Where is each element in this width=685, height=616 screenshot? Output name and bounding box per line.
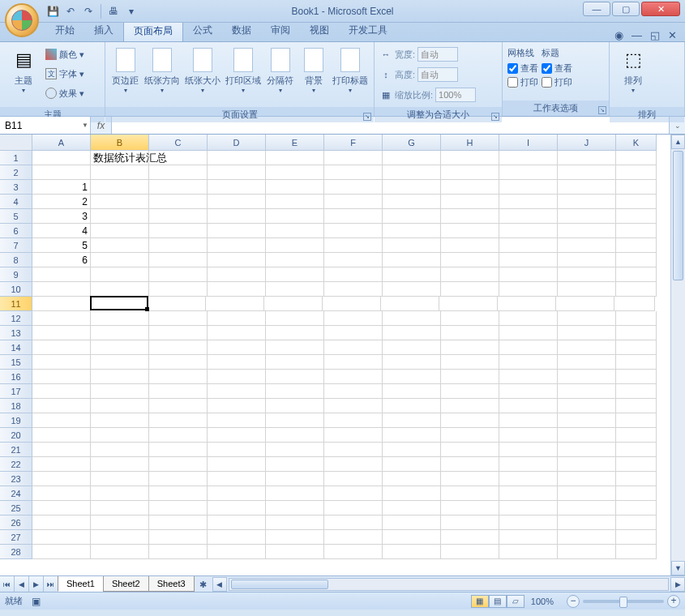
scroll-right-button[interactable]: ▶ bbox=[670, 577, 685, 592]
cell-F12[interactable] bbox=[324, 311, 383, 326]
cell-F26[interactable] bbox=[324, 515, 383, 530]
close-button[interactable]: ✕ bbox=[641, 2, 680, 16]
cell-K1[interactable] bbox=[616, 151, 657, 165]
cell-F27[interactable] bbox=[324, 530, 383, 545]
cell-E4[interactable] bbox=[266, 195, 324, 209]
cell-K23[interactable] bbox=[616, 472, 657, 486]
scale-launcher[interactable]: ↘ bbox=[491, 113, 499, 121]
office-button[interactable] bbox=[5, 3, 39, 37]
col-header-J[interactable]: J bbox=[558, 135, 616, 151]
cell-I10[interactable] bbox=[499, 282, 558, 297]
row-header-23[interactable]: 23 bbox=[0, 472, 32, 486]
tab-3[interactable]: 公式 bbox=[183, 20, 222, 41]
cell-K2[interactable] bbox=[616, 165, 657, 180]
row-header-26[interactable]: 26 bbox=[0, 515, 32, 530]
cell-H23[interactable] bbox=[441, 472, 499, 486]
cell-F25[interactable] bbox=[324, 501, 383, 515]
namebox-dropdown-icon[interactable]: ▼ bbox=[82, 122, 88, 129]
cell-B9[interactable] bbox=[91, 267, 149, 282]
theme-colors-button[interactable]: 颜色 ▾ bbox=[45, 45, 84, 63]
row-header-3[interactable]: 3 bbox=[0, 180, 32, 195]
theme-effects-button[interactable]: 效果 ▾ bbox=[45, 84, 84, 102]
cell-G13[interactable] bbox=[383, 326, 441, 340]
cell-H28[interactable] bbox=[441, 545, 499, 559]
cell-E9[interactable] bbox=[266, 267, 324, 282]
cell-K21[interactable] bbox=[616, 443, 657, 457]
cell-C2[interactable] bbox=[149, 165, 208, 180]
cell-C28[interactable] bbox=[149, 545, 208, 559]
pagebreak-view-button[interactable]: ▱ bbox=[507, 595, 524, 608]
name-box[interactable]: B11▼ bbox=[0, 117, 91, 134]
cell-K3[interactable] bbox=[616, 180, 657, 195]
cell-F7[interactable] bbox=[324, 238, 383, 253]
cell-F19[interactable] bbox=[324, 413, 383, 428]
cell-H17[interactable] bbox=[441, 384, 499, 399]
cell-E23[interactable] bbox=[266, 472, 324, 486]
cell-E17[interactable] bbox=[266, 384, 324, 399]
cell-D23[interactable] bbox=[208, 472, 266, 486]
cell-B13[interactable] bbox=[91, 326, 149, 340]
cell-K11[interactable] bbox=[614, 297, 655, 311]
cell-C11[interactable] bbox=[148, 297, 206, 311]
row-header-27[interactable]: 27 bbox=[0, 530, 32, 545]
theme-fonts-button[interactable]: 文字体 ▾ bbox=[45, 65, 84, 83]
cell-G25[interactable] bbox=[383, 501, 441, 515]
cell-F8[interactable] bbox=[324, 253, 383, 267]
cell-I11[interactable] bbox=[498, 297, 556, 311]
cell-H21[interactable] bbox=[441, 443, 499, 457]
cell-K27[interactable] bbox=[616, 530, 657, 545]
cell-E15[interactable] bbox=[266, 355, 324, 370]
cell-E14[interactable] bbox=[266, 340, 324, 355]
cell-I15[interactable] bbox=[499, 355, 558, 370]
qat-customize-icon[interactable]: ▾ bbox=[124, 4, 139, 19]
cell-F17[interactable] bbox=[324, 384, 383, 399]
maximize-button[interactable]: ▢ bbox=[612, 2, 640, 16]
cell-G18[interactable] bbox=[383, 399, 441, 413]
sheet-tab-Sheet2[interactable]: Sheet2 bbox=[103, 576, 149, 592]
cell-B15[interactable] bbox=[91, 355, 149, 370]
cell-G14[interactable] bbox=[383, 340, 441, 355]
row-header-1[interactable]: 1 bbox=[0, 151, 32, 165]
cell-J17[interactable] bbox=[558, 384, 616, 399]
cell-D13[interactable] bbox=[208, 326, 266, 340]
cell-G1[interactable] bbox=[383, 151, 441, 165]
cell-A4[interactable]: 2 bbox=[32, 195, 91, 209]
tab-0[interactable]: 开始 bbox=[45, 20, 84, 41]
row-header-24[interactable]: 24 bbox=[0, 486, 32, 501]
cell-K8[interactable] bbox=[616, 253, 657, 267]
cell-J5[interactable] bbox=[558, 209, 616, 224]
cell-C23[interactable] bbox=[149, 472, 208, 486]
cell-I18[interactable] bbox=[499, 399, 558, 413]
printarea-button[interactable]: 打印区域▾ bbox=[225, 45, 262, 104]
cell-K28[interactable] bbox=[616, 545, 657, 559]
cell-J8[interactable] bbox=[558, 253, 616, 267]
cell-G16[interactable] bbox=[383, 370, 441, 384]
cell-F4[interactable] bbox=[324, 195, 383, 209]
cell-H11[interactable] bbox=[439, 297, 498, 311]
row-header-21[interactable]: 21 bbox=[0, 443, 32, 457]
cell-G23[interactable] bbox=[383, 472, 441, 486]
page-layout-view-button[interactable]: ▤ bbox=[489, 595, 507, 608]
zoom-percent[interactable]: 100% bbox=[531, 597, 554, 606]
cell-B18[interactable] bbox=[91, 399, 149, 413]
vertical-scrollbar[interactable]: ▲ ▼ bbox=[670, 135, 685, 575]
cell-E20[interactable] bbox=[266, 428, 324, 443]
cell-B28[interactable] bbox=[91, 545, 149, 559]
scale-width-input[interactable] bbox=[417, 47, 458, 62]
cell-D25[interactable] bbox=[208, 501, 266, 515]
cell-C24[interactable] bbox=[149, 486, 208, 501]
cell-J10[interactable] bbox=[558, 282, 616, 297]
cell-A17[interactable] bbox=[32, 384, 91, 399]
cell-K7[interactable] bbox=[616, 238, 657, 253]
cell-D26[interactable] bbox=[208, 515, 266, 530]
cell-C17[interactable] bbox=[149, 384, 208, 399]
cell-K25[interactable] bbox=[616, 501, 657, 515]
cell-G6[interactable] bbox=[383, 224, 441, 238]
cell-I4[interactable] bbox=[499, 195, 558, 209]
cell-I26[interactable] bbox=[499, 515, 558, 530]
cell-C5[interactable] bbox=[149, 209, 208, 224]
tab-7[interactable]: 开发工具 bbox=[339, 20, 397, 41]
cell-J22[interactable] bbox=[558, 457, 616, 472]
cell-G20[interactable] bbox=[383, 428, 441, 443]
cell-A3[interactable]: 1 bbox=[32, 180, 91, 195]
